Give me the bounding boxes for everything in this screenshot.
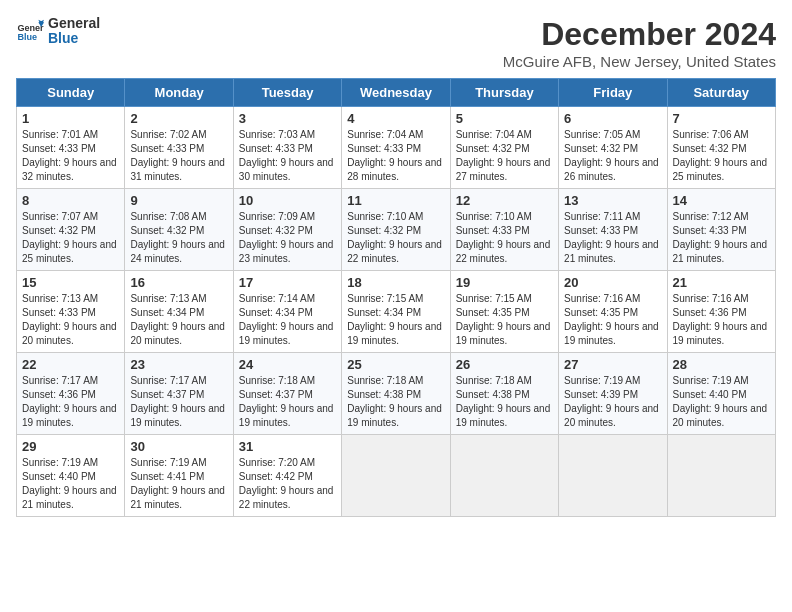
calendar-day-cell — [450, 435, 558, 517]
day-info: Sunrise: 7:11 AMSunset: 4:33 PMDaylight:… — [564, 210, 661, 266]
calendar-day-cell: 20 Sunrise: 7:16 AMSunset: 4:35 PMDaylig… — [559, 271, 667, 353]
calendar-day-cell: 18 Sunrise: 7:15 AMSunset: 4:34 PMDaylig… — [342, 271, 450, 353]
day-info: Sunrise: 7:19 AMSunset: 4:40 PMDaylight:… — [22, 456, 119, 512]
day-info: Sunrise: 7:19 AMSunset: 4:41 PMDaylight:… — [130, 456, 227, 512]
day-info: Sunrise: 7:04 AMSunset: 4:33 PMDaylight:… — [347, 128, 444, 184]
logo-line1: General — [48, 16, 100, 31]
calendar-day-cell: 5 Sunrise: 7:04 AMSunset: 4:32 PMDayligh… — [450, 107, 558, 189]
day-number: 4 — [347, 111, 444, 126]
day-number: 7 — [673, 111, 770, 126]
weekday-header-cell: Sunday — [17, 79, 125, 107]
day-info: Sunrise: 7:06 AMSunset: 4:32 PMDaylight:… — [673, 128, 770, 184]
day-info: Sunrise: 7:20 AMSunset: 4:42 PMDaylight:… — [239, 456, 336, 512]
day-number: 25 — [347, 357, 444, 372]
location-title: McGuire AFB, New Jersey, United States — [503, 53, 776, 70]
calendar-day-cell: 12 Sunrise: 7:10 AMSunset: 4:33 PMDaylig… — [450, 189, 558, 271]
day-number: 3 — [239, 111, 336, 126]
calendar-day-cell: 28 Sunrise: 7:19 AMSunset: 4:40 PMDaylig… — [667, 353, 775, 435]
day-number: 15 — [22, 275, 119, 290]
day-number: 26 — [456, 357, 553, 372]
day-info: Sunrise: 7:12 AMSunset: 4:33 PMDaylight:… — [673, 210, 770, 266]
day-info: Sunrise: 7:19 AMSunset: 4:39 PMDaylight:… — [564, 374, 661, 430]
calendar-week-row: 22 Sunrise: 7:17 AMSunset: 4:36 PMDaylig… — [17, 353, 776, 435]
day-info: Sunrise: 7:17 AMSunset: 4:36 PMDaylight:… — [22, 374, 119, 430]
calendar-day-cell: 1 Sunrise: 7:01 AMSunset: 4:33 PMDayligh… — [17, 107, 125, 189]
day-number: 27 — [564, 357, 661, 372]
day-number: 12 — [456, 193, 553, 208]
logo-line2: Blue — [48, 31, 100, 46]
day-info: Sunrise: 7:04 AMSunset: 4:32 PMDaylight:… — [456, 128, 553, 184]
day-number: 20 — [564, 275, 661, 290]
day-info: Sunrise: 7:10 AMSunset: 4:32 PMDaylight:… — [347, 210, 444, 266]
day-info: Sunrise: 7:18 AMSunset: 4:37 PMDaylight:… — [239, 374, 336, 430]
calendar-day-cell: 10 Sunrise: 7:09 AMSunset: 4:32 PMDaylig… — [233, 189, 341, 271]
day-number: 9 — [130, 193, 227, 208]
day-number: 5 — [456, 111, 553, 126]
day-info: Sunrise: 7:13 AMSunset: 4:34 PMDaylight:… — [130, 292, 227, 348]
calendar-day-cell: 8 Sunrise: 7:07 AMSunset: 4:32 PMDayligh… — [17, 189, 125, 271]
calendar-day-cell: 6 Sunrise: 7:05 AMSunset: 4:32 PMDayligh… — [559, 107, 667, 189]
day-number: 17 — [239, 275, 336, 290]
day-info: Sunrise: 7:17 AMSunset: 4:37 PMDaylight:… — [130, 374, 227, 430]
day-number: 31 — [239, 439, 336, 454]
day-info: Sunrise: 7:19 AMSunset: 4:40 PMDaylight:… — [673, 374, 770, 430]
weekday-header-cell: Monday — [125, 79, 233, 107]
day-info: Sunrise: 7:15 AMSunset: 4:34 PMDaylight:… — [347, 292, 444, 348]
logo-icon: General Blue — [16, 17, 44, 45]
calendar-day-cell: 17 Sunrise: 7:14 AMSunset: 4:34 PMDaylig… — [233, 271, 341, 353]
calendar-day-cell: 16 Sunrise: 7:13 AMSunset: 4:34 PMDaylig… — [125, 271, 233, 353]
day-number: 30 — [130, 439, 227, 454]
calendar-day-cell: 29 Sunrise: 7:19 AMSunset: 4:40 PMDaylig… — [17, 435, 125, 517]
calendar-day-cell: 31 Sunrise: 7:20 AMSunset: 4:42 PMDaylig… — [233, 435, 341, 517]
calendar-day-cell: 21 Sunrise: 7:16 AMSunset: 4:36 PMDaylig… — [667, 271, 775, 353]
calendar-day-cell: 27 Sunrise: 7:19 AMSunset: 4:39 PMDaylig… — [559, 353, 667, 435]
day-number: 24 — [239, 357, 336, 372]
calendar-day-cell: 24 Sunrise: 7:18 AMSunset: 4:37 PMDaylig… — [233, 353, 341, 435]
svg-text:Blue: Blue — [17, 32, 37, 42]
calendar-day-cell: 14 Sunrise: 7:12 AMSunset: 4:33 PMDaylig… — [667, 189, 775, 271]
day-number: 2 — [130, 111, 227, 126]
calendar-week-row: 29 Sunrise: 7:19 AMSunset: 4:40 PMDaylig… — [17, 435, 776, 517]
day-info: Sunrise: 7:14 AMSunset: 4:34 PMDaylight:… — [239, 292, 336, 348]
calendar-day-cell: 30 Sunrise: 7:19 AMSunset: 4:41 PMDaylig… — [125, 435, 233, 517]
weekday-header-cell: Saturday — [667, 79, 775, 107]
day-info: Sunrise: 7:05 AMSunset: 4:32 PMDaylight:… — [564, 128, 661, 184]
day-number: 10 — [239, 193, 336, 208]
weekday-header-cell: Friday — [559, 79, 667, 107]
calendar-day-cell — [342, 435, 450, 517]
calendar-day-cell: 22 Sunrise: 7:17 AMSunset: 4:36 PMDaylig… — [17, 353, 125, 435]
calendar-day-cell: 13 Sunrise: 7:11 AMSunset: 4:33 PMDaylig… — [559, 189, 667, 271]
day-number: 28 — [673, 357, 770, 372]
calendar-day-cell: 2 Sunrise: 7:02 AMSunset: 4:33 PMDayligh… — [125, 107, 233, 189]
calendar-week-row: 8 Sunrise: 7:07 AMSunset: 4:32 PMDayligh… — [17, 189, 776, 271]
day-info: Sunrise: 7:09 AMSunset: 4:32 PMDaylight:… — [239, 210, 336, 266]
day-number: 18 — [347, 275, 444, 290]
weekday-header-row: SundayMondayTuesdayWednesdayThursdayFrid… — [17, 79, 776, 107]
day-info: Sunrise: 7:10 AMSunset: 4:33 PMDaylight:… — [456, 210, 553, 266]
calendar-week-row: 1 Sunrise: 7:01 AMSunset: 4:33 PMDayligh… — [17, 107, 776, 189]
day-info: Sunrise: 7:16 AMSunset: 4:35 PMDaylight:… — [564, 292, 661, 348]
day-info: Sunrise: 7:03 AMSunset: 4:33 PMDaylight:… — [239, 128, 336, 184]
day-info: Sunrise: 7:18 AMSunset: 4:38 PMDaylight:… — [456, 374, 553, 430]
day-number: 21 — [673, 275, 770, 290]
day-number: 1 — [22, 111, 119, 126]
day-info: Sunrise: 7:01 AMSunset: 4:33 PMDaylight:… — [22, 128, 119, 184]
day-info: Sunrise: 7:13 AMSunset: 4:33 PMDaylight:… — [22, 292, 119, 348]
day-info: Sunrise: 7:02 AMSunset: 4:33 PMDaylight:… — [130, 128, 227, 184]
day-number: 13 — [564, 193, 661, 208]
calendar-day-cell: 19 Sunrise: 7:15 AMSunset: 4:35 PMDaylig… — [450, 271, 558, 353]
day-number: 29 — [22, 439, 119, 454]
calendar-day-cell: 23 Sunrise: 7:17 AMSunset: 4:37 PMDaylig… — [125, 353, 233, 435]
day-number: 16 — [130, 275, 227, 290]
weekday-header-cell: Thursday — [450, 79, 558, 107]
day-number: 14 — [673, 193, 770, 208]
day-number: 19 — [456, 275, 553, 290]
calendar-week-row: 15 Sunrise: 7:13 AMSunset: 4:33 PMDaylig… — [17, 271, 776, 353]
day-info: Sunrise: 7:08 AMSunset: 4:32 PMDaylight:… — [130, 210, 227, 266]
calendar-day-cell: 26 Sunrise: 7:18 AMSunset: 4:38 PMDaylig… — [450, 353, 558, 435]
day-number: 8 — [22, 193, 119, 208]
calendar-day-cell — [667, 435, 775, 517]
day-info: Sunrise: 7:18 AMSunset: 4:38 PMDaylight:… — [347, 374, 444, 430]
calendar-day-cell — [559, 435, 667, 517]
calendar-day-cell: 9 Sunrise: 7:08 AMSunset: 4:32 PMDayligh… — [125, 189, 233, 271]
